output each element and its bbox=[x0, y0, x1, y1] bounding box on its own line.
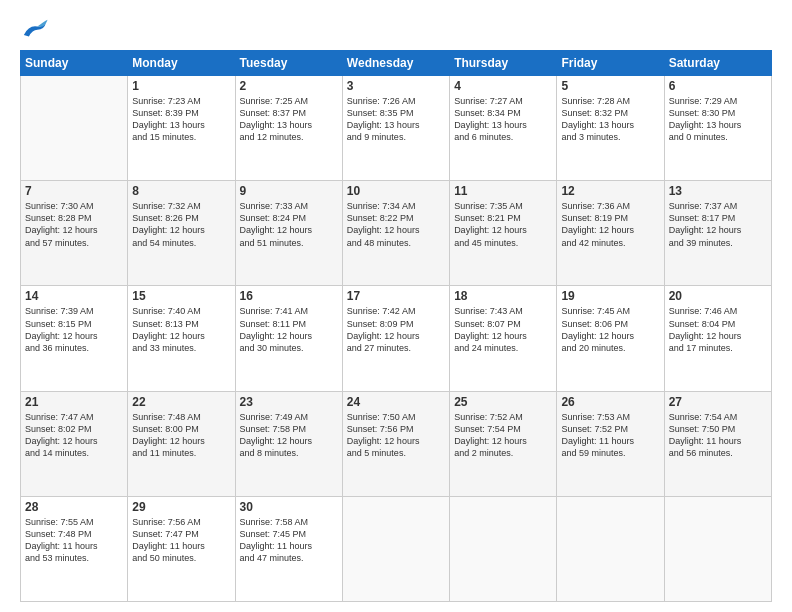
calendar-cell: 29Sunrise: 7:56 AM Sunset: 7:47 PM Dayli… bbox=[128, 496, 235, 601]
week-row-1: 1Sunrise: 7:23 AM Sunset: 8:39 PM Daylig… bbox=[21, 76, 772, 181]
calendar-cell: 20Sunrise: 7:46 AM Sunset: 8:04 PM Dayli… bbox=[664, 286, 771, 391]
cell-content: Sunrise: 7:42 AM Sunset: 8:09 PM Dayligh… bbox=[347, 305, 445, 354]
day-number: 29 bbox=[132, 500, 230, 514]
day-number: 11 bbox=[454, 184, 552, 198]
day-number: 13 bbox=[669, 184, 767, 198]
day-number: 1 bbox=[132, 79, 230, 93]
day-number: 23 bbox=[240, 395, 338, 409]
cell-content: Sunrise: 7:36 AM Sunset: 8:19 PM Dayligh… bbox=[561, 200, 659, 249]
day-number: 6 bbox=[669, 79, 767, 93]
calendar-cell bbox=[342, 496, 449, 601]
day-number: 21 bbox=[25, 395, 123, 409]
calendar-cell: 4Sunrise: 7:27 AM Sunset: 8:34 PM Daylig… bbox=[450, 76, 557, 181]
cell-content: Sunrise: 7:26 AM Sunset: 8:35 PM Dayligh… bbox=[347, 95, 445, 144]
cell-content: Sunrise: 7:52 AM Sunset: 7:54 PM Dayligh… bbox=[454, 411, 552, 460]
cell-content: Sunrise: 7:56 AM Sunset: 7:47 PM Dayligh… bbox=[132, 516, 230, 565]
cell-content: Sunrise: 7:58 AM Sunset: 7:45 PM Dayligh… bbox=[240, 516, 338, 565]
day-number: 19 bbox=[561, 289, 659, 303]
weekday-monday: Monday bbox=[128, 51, 235, 76]
weekday-sunday: Sunday bbox=[21, 51, 128, 76]
cell-content: Sunrise: 7:40 AM Sunset: 8:13 PM Dayligh… bbox=[132, 305, 230, 354]
calendar-cell bbox=[664, 496, 771, 601]
cell-content: Sunrise: 7:34 AM Sunset: 8:22 PM Dayligh… bbox=[347, 200, 445, 249]
day-number: 7 bbox=[25, 184, 123, 198]
cell-content: Sunrise: 7:48 AM Sunset: 8:00 PM Dayligh… bbox=[132, 411, 230, 460]
calendar-cell: 26Sunrise: 7:53 AM Sunset: 7:52 PM Dayli… bbox=[557, 391, 664, 496]
calendar-cell: 10Sunrise: 7:34 AM Sunset: 8:22 PM Dayli… bbox=[342, 181, 449, 286]
cell-content: Sunrise: 7:33 AM Sunset: 8:24 PM Dayligh… bbox=[240, 200, 338, 249]
calendar-cell bbox=[450, 496, 557, 601]
day-number: 8 bbox=[132, 184, 230, 198]
weekday-header-row: SundayMondayTuesdayWednesdayThursdayFrid… bbox=[21, 51, 772, 76]
calendar-cell: 18Sunrise: 7:43 AM Sunset: 8:07 PM Dayli… bbox=[450, 286, 557, 391]
cell-content: Sunrise: 7:53 AM Sunset: 7:52 PM Dayligh… bbox=[561, 411, 659, 460]
calendar-cell: 2Sunrise: 7:25 AM Sunset: 8:37 PM Daylig… bbox=[235, 76, 342, 181]
cell-content: Sunrise: 7:49 AM Sunset: 7:58 PM Dayligh… bbox=[240, 411, 338, 460]
cell-content: Sunrise: 7:43 AM Sunset: 8:07 PM Dayligh… bbox=[454, 305, 552, 354]
cell-content: Sunrise: 7:41 AM Sunset: 8:11 PM Dayligh… bbox=[240, 305, 338, 354]
calendar-cell: 27Sunrise: 7:54 AM Sunset: 7:50 PM Dayli… bbox=[664, 391, 771, 496]
weekday-saturday: Saturday bbox=[664, 51, 771, 76]
cell-content: Sunrise: 7:28 AM Sunset: 8:32 PM Dayligh… bbox=[561, 95, 659, 144]
day-number: 30 bbox=[240, 500, 338, 514]
cell-content: Sunrise: 7:39 AM Sunset: 8:15 PM Dayligh… bbox=[25, 305, 123, 354]
cell-content: Sunrise: 7:30 AM Sunset: 8:28 PM Dayligh… bbox=[25, 200, 123, 249]
calendar-cell: 5Sunrise: 7:28 AM Sunset: 8:32 PM Daylig… bbox=[557, 76, 664, 181]
day-number: 28 bbox=[25, 500, 123, 514]
calendar-cell: 30Sunrise: 7:58 AM Sunset: 7:45 PM Dayli… bbox=[235, 496, 342, 601]
weekday-wednesday: Wednesday bbox=[342, 51, 449, 76]
calendar-cell: 14Sunrise: 7:39 AM Sunset: 8:15 PM Dayli… bbox=[21, 286, 128, 391]
logo bbox=[20, 18, 52, 40]
calendar-cell bbox=[21, 76, 128, 181]
cell-content: Sunrise: 7:32 AM Sunset: 8:26 PM Dayligh… bbox=[132, 200, 230, 249]
day-number: 10 bbox=[347, 184, 445, 198]
day-number: 20 bbox=[669, 289, 767, 303]
cell-content: Sunrise: 7:47 AM Sunset: 8:02 PM Dayligh… bbox=[25, 411, 123, 460]
day-number: 17 bbox=[347, 289, 445, 303]
cell-content: Sunrise: 7:55 AM Sunset: 7:48 PM Dayligh… bbox=[25, 516, 123, 565]
header bbox=[20, 18, 772, 40]
day-number: 22 bbox=[132, 395, 230, 409]
cell-content: Sunrise: 7:27 AM Sunset: 8:34 PM Dayligh… bbox=[454, 95, 552, 144]
calendar-cell: 9Sunrise: 7:33 AM Sunset: 8:24 PM Daylig… bbox=[235, 181, 342, 286]
weekday-tuesday: Tuesday bbox=[235, 51, 342, 76]
day-number: 5 bbox=[561, 79, 659, 93]
day-number: 16 bbox=[240, 289, 338, 303]
calendar-cell: 28Sunrise: 7:55 AM Sunset: 7:48 PM Dayli… bbox=[21, 496, 128, 601]
day-number: 25 bbox=[454, 395, 552, 409]
week-row-2: 7Sunrise: 7:30 AM Sunset: 8:28 PM Daylig… bbox=[21, 181, 772, 286]
logo-bird-icon bbox=[20, 18, 48, 40]
calendar-cell: 15Sunrise: 7:40 AM Sunset: 8:13 PM Dayli… bbox=[128, 286, 235, 391]
cell-content: Sunrise: 7:50 AM Sunset: 7:56 PM Dayligh… bbox=[347, 411, 445, 460]
day-number: 2 bbox=[240, 79, 338, 93]
page: SundayMondayTuesdayWednesdayThursdayFrid… bbox=[0, 0, 792, 612]
calendar-cell: 3Sunrise: 7:26 AM Sunset: 8:35 PM Daylig… bbox=[342, 76, 449, 181]
weekday-thursday: Thursday bbox=[450, 51, 557, 76]
calendar-cell: 21Sunrise: 7:47 AM Sunset: 8:02 PM Dayli… bbox=[21, 391, 128, 496]
calendar-cell: 25Sunrise: 7:52 AM Sunset: 7:54 PM Dayli… bbox=[450, 391, 557, 496]
day-number: 9 bbox=[240, 184, 338, 198]
calendar-cell: 11Sunrise: 7:35 AM Sunset: 8:21 PM Dayli… bbox=[450, 181, 557, 286]
calendar-cell: 22Sunrise: 7:48 AM Sunset: 8:00 PM Dayli… bbox=[128, 391, 235, 496]
day-number: 27 bbox=[669, 395, 767, 409]
cell-content: Sunrise: 7:54 AM Sunset: 7:50 PM Dayligh… bbox=[669, 411, 767, 460]
day-number: 24 bbox=[347, 395, 445, 409]
cell-content: Sunrise: 7:35 AM Sunset: 8:21 PM Dayligh… bbox=[454, 200, 552, 249]
day-number: 26 bbox=[561, 395, 659, 409]
cell-content: Sunrise: 7:29 AM Sunset: 8:30 PM Dayligh… bbox=[669, 95, 767, 144]
calendar-cell: 12Sunrise: 7:36 AM Sunset: 8:19 PM Dayli… bbox=[557, 181, 664, 286]
calendar-table: SundayMondayTuesdayWednesdayThursdayFrid… bbox=[20, 50, 772, 602]
calendar-cell: 8Sunrise: 7:32 AM Sunset: 8:26 PM Daylig… bbox=[128, 181, 235, 286]
calendar-cell: 24Sunrise: 7:50 AM Sunset: 7:56 PM Dayli… bbox=[342, 391, 449, 496]
cell-content: Sunrise: 7:46 AM Sunset: 8:04 PM Dayligh… bbox=[669, 305, 767, 354]
day-number: 14 bbox=[25, 289, 123, 303]
week-row-4: 21Sunrise: 7:47 AM Sunset: 8:02 PM Dayli… bbox=[21, 391, 772, 496]
cell-content: Sunrise: 7:45 AM Sunset: 8:06 PM Dayligh… bbox=[561, 305, 659, 354]
calendar-cell: 19Sunrise: 7:45 AM Sunset: 8:06 PM Dayli… bbox=[557, 286, 664, 391]
calendar-cell: 1Sunrise: 7:23 AM Sunset: 8:39 PM Daylig… bbox=[128, 76, 235, 181]
week-row-5: 28Sunrise: 7:55 AM Sunset: 7:48 PM Dayli… bbox=[21, 496, 772, 601]
weekday-friday: Friday bbox=[557, 51, 664, 76]
calendar-cell: 23Sunrise: 7:49 AM Sunset: 7:58 PM Dayli… bbox=[235, 391, 342, 496]
calendar-cell bbox=[557, 496, 664, 601]
day-number: 3 bbox=[347, 79, 445, 93]
